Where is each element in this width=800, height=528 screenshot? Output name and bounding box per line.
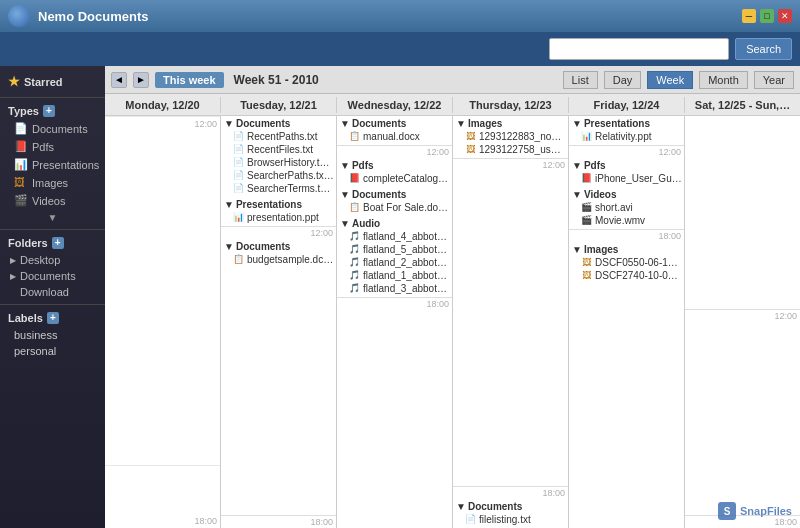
cat-tri: ▼: [340, 189, 350, 200]
app-logo: [8, 5, 30, 27]
main-layout: ★ Starred Types + 📄 Documents 📕 Pdfs 📊 P…: [0, 66, 800, 528]
sidebar-starred[interactable]: ★ Starred: [0, 70, 105, 93]
sidebar-item-images[interactable]: 🖼 Images: [0, 174, 105, 192]
wed-section-pdfs: ▼ Pdfs 📕completeCatalog…: [337, 158, 452, 187]
cat-label: Presentations: [236, 199, 302, 210]
file-item[interactable]: 📄RecentPaths.txt: [224, 130, 333, 143]
file-icon: 📄: [232, 130, 244, 142]
file-icon: 📋: [348, 201, 360, 213]
wed-section-documents: ▼ Documents 📋manual.docx: [337, 116, 452, 145]
file-icon: 📋: [348, 130, 360, 142]
file-item[interactable]: 📄filelisting.txt: [456, 513, 565, 526]
file-icon: 🎬: [580, 214, 592, 226]
file-item[interactable]: 📊presentation.ppt: [224, 211, 333, 224]
sidebar-label-personal[interactable]: personal: [0, 343, 105, 359]
sidebar-item-presentations[interactable]: 📊 Presentations: [0, 156, 105, 174]
fri-section-pdfs: ▼ Pdfs 📕iPhone_User_Gu…: [569, 158, 684, 187]
close-button[interactable]: ✕: [778, 9, 792, 23]
titlebar: Nemo Documents ─ □ ✕: [0, 0, 800, 32]
folders-add-button[interactable]: +: [52, 237, 64, 249]
file-item[interactable]: 🖼1293122758_us…: [456, 143, 565, 156]
sidebar-item-documents[interactable]: 📄 Documents: [0, 120, 105, 138]
search-button[interactable]: Search: [735, 38, 792, 60]
maximize-button[interactable]: □: [760, 9, 774, 23]
file-item[interactable]: 🎵flatland_2_abbot…: [340, 256, 449, 269]
file-item[interactable]: 🎵flatland_4_abbot…: [340, 230, 449, 243]
view-week-button[interactable]: Week: [647, 71, 693, 89]
sidebar-folder-documents[interactable]: ▶ Documents: [0, 268, 105, 284]
file-item[interactable]: 📄SearcherTerms.t…: [224, 182, 333, 195]
sidebar-label-business[interactable]: business: [0, 327, 105, 343]
cat-tri: ▼: [572, 189, 582, 200]
view-day-button[interactable]: Day: [604, 71, 642, 89]
calendar-header: Monday, 12/20 Tuesday, 12/21 Wednesday, …: [105, 94, 800, 116]
col-header-mon: Monday, 12/20: [105, 97, 221, 113]
labels-add-button[interactable]: +: [47, 312, 59, 324]
fri-section-presentations: ▼ Presentations 📊Relativity.ppt: [569, 116, 684, 145]
sidebar-folders-header: Folders +: [0, 234, 105, 252]
file-icon: 📄: [232, 169, 244, 181]
file-item[interactable]: 🎵flatland_3_abbot…: [340, 282, 449, 295]
file-item[interactable]: 🎬short.avi: [572, 201, 681, 214]
snapfiles-watermark: S SnapFiles: [718, 502, 792, 520]
view-month-button[interactable]: Month: [699, 71, 748, 89]
cat-tri: ▼: [572, 244, 582, 255]
time-label-1800-tue: 18:00: [221, 515, 336, 528]
file-item[interactable]: 📋Boat For Sale.do…: [340, 201, 449, 214]
file-item[interactable]: 📄SearcherPaths.tx…: [224, 169, 333, 182]
file-item[interactable]: 📄BrowserHistory.t…: [224, 156, 333, 169]
content-area: ◄ ► This week Week 51 - 2010 List Day We…: [105, 66, 800, 528]
file-item[interactable]: 🖼DSCF2740-10-0…: [572, 269, 681, 282]
search-input[interactable]: [549, 38, 729, 60]
cat-label: Documents: [236, 118, 290, 129]
presentations-icon: 📊: [14, 158, 28, 172]
expand-types-chevron[interactable]: ▼: [0, 210, 105, 225]
sidebar-item-videos[interactable]: 🎬 Videos: [0, 192, 105, 210]
file-item[interactable]: 📊Relativity.ppt: [572, 130, 681, 143]
images-icon: 🖼: [14, 176, 28, 190]
this-week-button[interactable]: This week: [155, 72, 224, 88]
minimize-button[interactable]: ─: [742, 9, 756, 23]
cat-tri: ▼: [340, 160, 350, 171]
file-item[interactable]: 🎬Movie.wmv: [572, 214, 681, 227]
file-icon: 🖼: [464, 130, 476, 142]
calendar-col-sat: 12:00 18:00: [685, 116, 800, 528]
sidebar-folder-desktop[interactable]: ▶ Desktop: [0, 252, 105, 268]
file-item[interactable]: 📕completeCatalog…: [340, 172, 449, 185]
wed-section-audio: ▼ Audio 🎵flatland_4_abbot… 🎵flatland_5_a…: [337, 216, 452, 297]
cat-tri: ▼: [572, 160, 582, 171]
fri-section-videos: ▼ Videos 🎬short.avi 🎬Movie.wmv: [569, 187, 684, 229]
time-label-1200-wed: 12:00: [337, 145, 452, 158]
sidebar-item-pdfs[interactable]: 📕 Pdfs: [0, 138, 105, 156]
file-icon: 🎵: [348, 282, 360, 294]
view-year-button[interactable]: Year: [754, 71, 794, 89]
file-icon: 📄: [464, 513, 476, 525]
view-list-button[interactable]: List: [563, 71, 598, 89]
file-item[interactable]: 🎵flatland_1_abbot…: [340, 269, 449, 282]
cat-label: Documents: [352, 118, 406, 129]
calendar-col-fri: ▼ Presentations 📊Relativity.ppt 12:00 ▼ …: [569, 116, 685, 528]
file-item[interactable]: 📋budgetsample.dc…: [224, 253, 333, 266]
sidebar-folder-download[interactable]: Download: [0, 284, 105, 300]
file-icon: 📕: [580, 172, 592, 184]
cat-tri: ▼: [340, 218, 350, 229]
file-icon: 📊: [580, 130, 592, 142]
nav-prev-button[interactable]: ◄: [111, 72, 127, 88]
window-controls: ─ □ ✕: [742, 9, 792, 23]
cat-label: Documents: [468, 501, 522, 512]
file-item[interactable]: 📋manual.docx: [340, 130, 449, 143]
file-item[interactable]: 🎵flatland_5_abbot…: [340, 243, 449, 256]
file-item[interactable]: 📕iPhone_User_Gu…: [572, 172, 681, 185]
cat-tri: ▼: [224, 199, 234, 210]
file-item[interactable]: 🖼DSCF0550-06-1…: [572, 256, 681, 269]
file-item[interactable]: 🖼1293122883_no…: [456, 130, 565, 143]
types-add-button[interactable]: +: [43, 105, 55, 117]
calendar-col-wed: ▼ Documents 📋manual.docx 12:00 ▼ Pdfs 📕c…: [337, 116, 453, 528]
nav-next-button[interactable]: ►: [133, 72, 149, 88]
app-title: Nemo Documents: [38, 9, 742, 24]
cat-label: Pdfs: [352, 160, 374, 171]
file-item[interactable]: 📄RecentFiles.txt: [224, 143, 333, 156]
file-icon: 📄: [232, 182, 244, 194]
time-label-1200-fri: 12:00: [569, 145, 684, 158]
file-icon: 🎵: [348, 256, 360, 268]
